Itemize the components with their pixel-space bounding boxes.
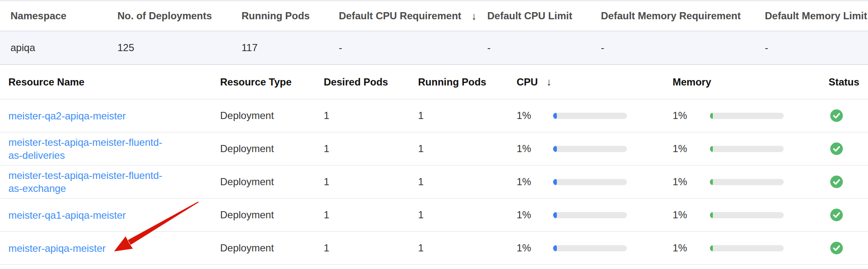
running-pods-value: 1 xyxy=(418,143,517,155)
column-header-cpu-limit[interactable]: Default CPU Limit xyxy=(487,10,601,22)
memory-percent-value: 1% xyxy=(673,209,710,221)
sort-descending-icon[interactable]: ↓ xyxy=(471,10,477,22)
status-ok-icon xyxy=(830,242,843,254)
memory-usage-bar xyxy=(710,212,784,218)
desired-pods-value: 1 xyxy=(324,143,418,155)
memory-usage-bar-fill xyxy=(710,113,713,119)
namespace-cpu-requirement-value: - xyxy=(339,42,487,54)
status-ok-icon xyxy=(830,176,843,188)
column-header-cpu-requirement[interactable]: Default CPU Requirement ↓ xyxy=(339,10,487,22)
table-row: meister-qa1-apiqa-meister Deployment 1 1… xyxy=(0,199,868,232)
desired-pods-value: 1 xyxy=(324,176,418,188)
column-header-resource-type[interactable]: Resource Type xyxy=(220,76,324,88)
table-row: meister-qa2-apiqa-meister Deployment 1 1… xyxy=(0,99,868,132)
namespace-summary-table: Namespace No. of Deployments Running Pod… xyxy=(0,0,868,65)
namespace-table-header-row: Namespace No. of Deployments Running Pod… xyxy=(0,0,868,31)
memory-usage-bar xyxy=(710,146,784,152)
table-row: meister-test-apiqa-meister-fluentd-as-de… xyxy=(0,132,868,166)
cpu-usage-bar xyxy=(553,113,627,119)
cpu-usage-bar xyxy=(553,212,627,218)
namespace-name: apiqa xyxy=(0,42,117,54)
memory-usage-bar-fill xyxy=(710,179,713,185)
resources-table: Resource Name Resource Type Desired Pods… xyxy=(0,65,868,265)
cpu-percent-value: 1% xyxy=(517,242,553,254)
table-row: meister-apiqa-meister Deployment 1 1 1% … xyxy=(0,232,868,265)
cpu-percent-value: 1% xyxy=(517,110,553,122)
status-badge xyxy=(829,176,868,188)
cpu-percent-value: 1% xyxy=(517,209,553,221)
memory-percent-value: 1% xyxy=(673,143,710,155)
table-row: meister-test-apiqa-meister-fluentd-as-ex… xyxy=(0,166,868,199)
namespace-row[interactable]: apiqa 125 117 - - - - xyxy=(0,31,868,65)
cpu-usage-bar-fill xyxy=(553,212,557,218)
resource-type: Deployment xyxy=(220,143,324,155)
memory-usage-bar xyxy=(710,245,784,251)
namespace-detail-view: Namespace No. of Deployments Running Pod… xyxy=(0,0,868,269)
namespace-running-pods-count: 117 xyxy=(242,42,339,54)
status-badge xyxy=(829,109,868,122)
sort-descending-icon[interactable]: ↓ xyxy=(546,76,552,88)
namespace-memory-limit-value: - xyxy=(765,42,868,54)
column-header-status[interactable]: Status xyxy=(829,76,868,88)
desired-pods-value: 1 xyxy=(324,242,418,254)
resource-link[interactable]: meister-test-apiqa-meister-fluentd-as-de… xyxy=(8,136,173,162)
memory-usage-bar-fill xyxy=(710,245,713,251)
running-pods-value: 1 xyxy=(418,209,517,221)
cpu-usage-bar-fill xyxy=(553,245,557,251)
column-header-cpu-requirement-label: Default CPU Requirement xyxy=(339,10,461,22)
memory-usage-bar xyxy=(710,179,784,185)
column-header-desired-pods[interactable]: Desired Pods xyxy=(324,76,418,88)
namespace-deployments-count: 125 xyxy=(117,42,242,54)
namespace-memory-requirement-value: - xyxy=(601,42,765,54)
desired-pods-value: 1 xyxy=(324,110,418,122)
cpu-usage-bar-fill xyxy=(553,146,557,152)
cpu-percent-value: 1% xyxy=(517,176,553,188)
resource-type: Deployment xyxy=(220,242,324,254)
resources-table-header-row: Resource Name Resource Type Desired Pods… xyxy=(0,65,868,99)
status-badge xyxy=(829,142,868,155)
column-header-resource-name[interactable]: Resource Name xyxy=(0,76,220,88)
resource-type: Deployment xyxy=(220,176,324,188)
column-header-running-pods[interactable]: Running Pods xyxy=(418,76,517,88)
column-header-memory-limit[interactable]: Default Memory Limit xyxy=(765,10,868,22)
column-header-deployments[interactable]: No. of Deployments xyxy=(117,10,242,22)
resource-link[interactable]: meister-qa1-apiqa-meister xyxy=(8,209,126,222)
memory-percent-value: 1% xyxy=(673,110,710,122)
cpu-usage-bar-fill xyxy=(553,179,557,185)
status-badge xyxy=(829,209,868,221)
column-header-namespace[interactable]: Namespace xyxy=(0,10,117,22)
cpu-percent-value: 1% xyxy=(517,143,553,155)
column-header-cpu-label: CPU xyxy=(517,76,538,88)
status-ok-icon xyxy=(830,109,843,122)
column-header-memory[interactable]: Memory xyxy=(673,76,829,88)
memory-percent-value: 1% xyxy=(673,242,710,254)
memory-usage-bar-fill xyxy=(710,146,713,152)
resource-type: Deployment xyxy=(220,110,324,122)
cpu-usage-bar-fill xyxy=(553,113,557,119)
memory-percent-value: 1% xyxy=(673,176,710,188)
memory-usage-bar xyxy=(710,113,784,119)
status-ok-icon xyxy=(830,142,843,155)
cpu-usage-bar xyxy=(553,245,627,251)
resource-link[interactable]: meister-qa2-apiqa-meister xyxy=(8,109,126,122)
status-badge xyxy=(829,242,868,254)
running-pods-value: 1 xyxy=(418,176,517,188)
running-pods-value: 1 xyxy=(418,110,517,122)
cpu-usage-bar xyxy=(553,146,627,152)
running-pods-value: 1 xyxy=(418,242,517,254)
resource-link[interactable]: meister-test-apiqa-meister-fluentd-as-ex… xyxy=(8,169,173,195)
desired-pods-value: 1 xyxy=(324,209,418,221)
column-header-memory-requirement[interactable]: Default Memory Requirement xyxy=(601,10,765,22)
resource-link-arrow-target[interactable]: meister-apiqa-meister xyxy=(8,242,106,255)
column-header-running-pods[interactable]: Running Pods xyxy=(242,10,339,22)
resource-type: Deployment xyxy=(220,209,324,221)
namespace-cpu-limit-value: - xyxy=(487,42,601,54)
memory-usage-bar-fill xyxy=(710,212,713,218)
status-ok-icon xyxy=(830,209,843,221)
cpu-usage-bar xyxy=(553,179,627,185)
column-header-cpu[interactable]: CPU ↓ xyxy=(517,76,673,88)
